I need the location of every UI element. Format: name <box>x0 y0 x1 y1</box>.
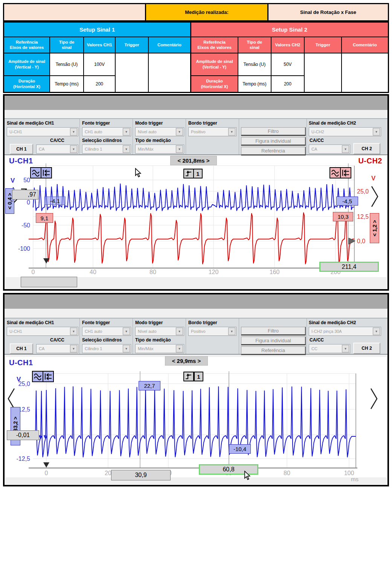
svg-text:0,0: 0,0 <box>357 238 365 244</box>
measurement-label: Medição realizada: <box>185 9 229 15</box>
setup1-row2-tipo: Tempo (ms) <box>50 76 84 93</box>
modo-trigger-label: Modo trigger <box>135 120 163 126</box>
ch1-position-marker-box[interactable]: -0,01 <box>7 430 39 440</box>
scope-screenshot-1: Sinal de medição CH1 U-CH1▼ CA/CC CH 1 C… <box>3 94 389 291</box>
ch2-signal-label: Sinal de medição CH2 <box>309 120 356 126</box>
setup-table-signal2: Setup Sinal 2 Referência Eixos de valore… <box>190 21 389 93</box>
svg-text:120: 120 <box>209 269 219 275</box>
ch2-button[interactable]: CH 2 <box>353 343 380 354</box>
report-page: Medição realizada: Sinal de Rotação x Fa… <box>0 0 392 564</box>
setup-table-signal1: Setup Sinal 1 Referência Eixos de valore… <box>3 21 191 93</box>
setup1-row1-ref: Amplitude de sinal (Vertical - Y) <box>4 53 50 76</box>
seleccao-cilindros-select[interactable]: Cilindro 1▼ <box>82 145 131 154</box>
ch1-signal-select[interactable]: U-CH1▼ <box>7 127 78 136</box>
tipo-medicao-select[interactable]: Min/Máx▼ <box>135 344 184 353</box>
modo-trigger-select[interactable]: Nível auto▼ <box>135 127 184 136</box>
cacc-right-select[interactable]: CC▼ <box>309 344 350 353</box>
bordo-trigger-value: Positivo <box>191 329 206 334</box>
scroll-right-icon <box>372 186 378 207</box>
setup2-col-trigger: Trigger <box>304 37 342 53</box>
cacc-left-select[interactable]: CA▼ <box>36 145 78 154</box>
setup2-row1-ref: Amplitude de sinal (Vertical - Y) <box>191 53 238 76</box>
svg-text:0: 0 <box>32 269 35 275</box>
signal-coupling-icon[interactable] <box>329 167 341 178</box>
ch2-signal-select[interactable]: I-CH2 pinça 30A▼ <box>309 327 381 336</box>
setup2-row1-tipo: Tensão (U) <box>238 53 271 76</box>
cursor1-time-box[interactable]: 30,9 <box>111 470 171 480</box>
ch1-signal-label: Sinal de medição CH1 <box>7 320 54 325</box>
chevron-down-icon: ▼ <box>176 328 183 335</box>
x-unit-label: ms <box>351 476 358 482</box>
bordo-trigger-label: Bordo trigger <box>188 120 217 126</box>
tipo-medicao-label: Tipo de medição <box>135 337 171 343</box>
bordo-trigger-select[interactable]: Positivo▼ <box>188 127 236 136</box>
fonte-trigger-select[interactable]: CH1 auto▼ <box>82 127 131 136</box>
fonte-trigger-select[interactable]: CH1 auto▼ <box>82 327 131 336</box>
cursor1-ch2-value[interactable]: 9,1 <box>36 213 53 223</box>
bordo-trigger-label: Bordo trigger <box>188 320 217 325</box>
cilindro-value: Cilindro 1 <box>85 346 102 351</box>
seleccao-cilindros-label: Selecção cilindros <box>82 337 122 343</box>
scope2-channel1-title: U-CH1 <box>9 358 33 367</box>
filtro-button[interactable]: Filtro <box>241 127 306 136</box>
ch2-scale-box[interactable]: < 1,2 > <box>370 213 379 243</box>
measurement-value: Sinal de Rotação x Fase <box>300 9 356 15</box>
modo-trigger-select[interactable]: Nível auto▼ <box>135 327 184 336</box>
seleccao-cilindros-select[interactable]: Cilindro 1▼ <box>82 344 131 353</box>
ch2-button[interactable]: CH 2 <box>353 143 380 154</box>
ch1-button[interactable]: CH 1 <box>10 144 33 154</box>
cursor1-time-box[interactable] <box>21 277 77 287</box>
referencia-button[interactable]: Referência <box>241 147 306 155</box>
trigger-time-marker[interactable] <box>43 462 49 468</box>
bordo-trigger-value: Positivo <box>191 130 206 134</box>
trigger-channel-box[interactable]: 1 <box>194 372 203 381</box>
cacc-right-select[interactable]: CA▼ <box>309 145 350 154</box>
cilindro-value: Cilindro 1 <box>85 147 102 151</box>
scope2-timespan-box: < 29,9ms > <box>165 356 208 366</box>
trigger-edge-icon[interactable] <box>183 169 194 178</box>
compress-arrows-icon[interactable] <box>43 371 54 382</box>
cursor2-ch1-value[interactable]: -4,5 <box>336 197 358 206</box>
signal-coupling-icon[interactable] <box>30 167 41 178</box>
ch1-signal-value: U-CH1 <box>9 130 22 134</box>
trigger-channel-box[interactable]: 1 <box>193 169 203 178</box>
tipo-medicao-select[interactable]: Min/Máx▼ <box>135 145 184 154</box>
ch1-signal-label: Sinal de medição CH1 <box>7 120 54 126</box>
setup1-col-trigger: Trigger <box>115 37 148 53</box>
y-right-unit: V <box>371 175 375 182</box>
cursor2-value[interactable]: -10,4 <box>229 444 251 454</box>
chevron-down-icon: ▼ <box>70 328 77 335</box>
ch2-signal-select[interactable]: U-CH2▼ <box>309 127 381 136</box>
x-ticks: 040 80120 160200 <box>32 269 341 275</box>
compress-arrows-icon[interactable] <box>41 167 52 178</box>
cursor1-value[interactable]: 22,7 <box>139 381 160 390</box>
chevron-down-icon: ▼ <box>123 328 130 335</box>
ch1-signal-select[interactable]: U-CH1▼ <box>7 327 78 336</box>
setup1-comentario-cell <box>148 53 191 93</box>
scope1-channel1-title: U-CH1 <box>9 157 33 165</box>
scope1-timespan-box: < 201,8ms > <box>170 156 217 165</box>
cursor1-ch1-value[interactable]: -4,1 <box>44 197 66 205</box>
setup1-col-tipo: Tipo de sinal <box>50 37 84 53</box>
filtro-button[interactable]: Filtro <box>241 327 306 335</box>
scope2-plot-svg: 25,012,5 -12,5 020 4060 80100 ms <box>5 366 386 483</box>
cacc-left-select[interactable]: CA▼ <box>36 344 78 353</box>
setup2-title: Setup Sinal 2 <box>191 22 389 37</box>
compress-arrows-icon[interactable] <box>340 167 351 178</box>
figura-individual-button[interactable]: Figura individual <box>241 337 306 345</box>
referencia-button[interactable]: Referência <box>241 346 306 355</box>
ch1-position-marker-box[interactable]: ,97 <box>12 190 38 200</box>
svg-text:0: 0 <box>27 199 30 206</box>
bordo-trigger-select[interactable]: Positivo▼ <box>188 327 236 336</box>
signal-coupling-icon[interactable] <box>32 371 43 382</box>
figura-individual-button[interactable]: Figura individual <box>241 137 306 146</box>
ch1-button[interactable]: CH 1 <box>10 343 33 354</box>
trigger-edge-icon[interactable] <box>183 372 194 381</box>
cursor2-ch2-value[interactable]: 10,3 <box>333 212 353 221</box>
svg-text:25,0: 25,0 <box>357 188 369 195</box>
y-right-ticks: 25,012,5 0,0 <box>357 188 369 244</box>
cacc-left-value: CA <box>39 346 44 351</box>
cursor2-time-box[interactable]: 211,4 <box>319 262 379 272</box>
fonte-trigger-value: CH1 auto <box>85 329 102 334</box>
chevron-down-icon: ▼ <box>123 345 130 352</box>
